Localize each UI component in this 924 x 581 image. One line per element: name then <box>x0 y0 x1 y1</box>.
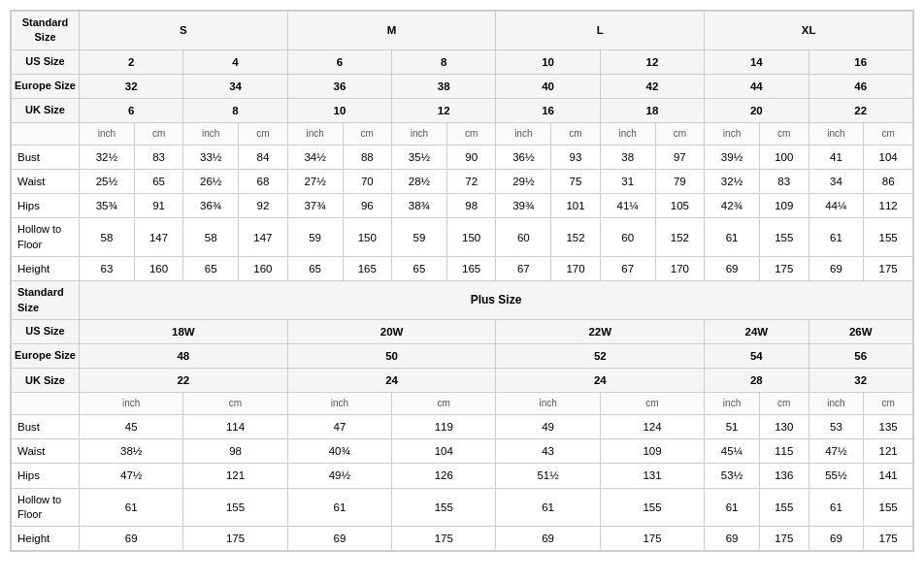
height-row: Height 63 160 65 160 65 165 65 165 67 17… <box>12 257 913 281</box>
uk-10: 10 <box>287 98 391 122</box>
waist-2: 65 <box>134 170 183 194</box>
plus-unit-inch-4: inch <box>705 393 760 415</box>
plus-uk-32: 32 <box>808 369 912 393</box>
unit-inch-3: inch <box>287 123 343 145</box>
plus-bust-10: 135 <box>864 415 913 439</box>
uk-8: 8 <box>183 98 287 122</box>
plus-uk-24: 24 <box>287 369 496 393</box>
height-label: Height <box>12 257 80 281</box>
plus-htf-3: 61 <box>287 488 391 527</box>
height-14: 175 <box>759 257 808 281</box>
unit-inch-2: inch <box>183 123 239 145</box>
unit-label-empty <box>12 123 80 145</box>
plus-eu-56: 56 <box>808 344 912 369</box>
uk-20: 20 <box>705 98 808 122</box>
plus-unit-inch-2: inch <box>287 393 391 415</box>
height-12: 170 <box>655 257 705 281</box>
bust-label: Bust <box>12 145 80 170</box>
plus-height-label: Height <box>12 527 80 551</box>
plus-bust-3: 47 <box>287 415 391 439</box>
plus-htf-6: 155 <box>600 488 704 527</box>
hips-9: 39¾ <box>496 194 551 218</box>
plus-uk-24b: 24 <box>496 369 705 393</box>
bust-9: 36½ <box>496 145 551 170</box>
plus-unit-inch-3: inch <box>496 393 600 415</box>
htf-15: 61 <box>808 218 864 257</box>
us-size-10: 10 <box>496 49 600 74</box>
us-size-label: US Size <box>12 49 80 74</box>
plus-waist-8: 115 <box>759 439 808 464</box>
waist-4: 68 <box>239 170 288 194</box>
plus-height-1: 69 <box>80 527 183 551</box>
plus-hips-row: Hips 47½ 121 49½ 126 51½ 131 53½ 136 55½… <box>12 464 913 488</box>
eu-44: 44 <box>705 74 808 98</box>
unit-inch-1: inch <box>80 123 135 145</box>
bust-1: 32½ <box>80 145 135 170</box>
plus-waist-1: 38½ <box>80 439 183 464</box>
htf-4: 147 <box>239 218 288 257</box>
unit-cm-3: cm <box>343 123 392 145</box>
waist-14: 83 <box>759 170 808 194</box>
height-9: 67 <box>496 257 551 281</box>
waist-8: 72 <box>446 170 496 194</box>
hollow-floor-label: Hollow toFloor <box>12 218 80 257</box>
bust-2: 83 <box>134 145 183 170</box>
plus-us-18w: 18W <box>80 320 288 344</box>
htf-13: 61 <box>705 218 760 257</box>
plus-height-10: 175 <box>864 527 913 551</box>
height-4: 160 <box>239 257 288 281</box>
plus-unit-cm-5: cm <box>864 393 913 415</box>
plus-htf-2: 155 <box>183 488 287 527</box>
plus-hips-8: 136 <box>759 464 808 488</box>
plus-htf-1: 61 <box>80 488 183 527</box>
unit-cm-6: cm <box>655 123 705 145</box>
height-7: 65 <box>392 257 447 281</box>
waist-12: 79 <box>655 170 705 194</box>
plus-bust-7: 51 <box>705 415 760 439</box>
plus-us-24w: 24W <box>705 320 808 344</box>
waist-7: 28½ <box>392 170 447 194</box>
plus-hips-3: 49½ <box>287 464 391 488</box>
plus-size-label: Plus Size <box>80 281 913 320</box>
bust-10: 93 <box>551 145 601 170</box>
waist-16: 86 <box>864 170 913 194</box>
plus-bust-9: 53 <box>808 415 864 439</box>
waist-13: 32½ <box>705 170 760 194</box>
hips-5: 37¾ <box>287 194 343 218</box>
bust-4: 84 <box>239 145 288 170</box>
height-13: 69 <box>705 257 760 281</box>
unit-cm-2: cm <box>239 123 288 145</box>
bust-3: 33½ <box>183 145 239 170</box>
us-size-6: 6 <box>287 49 391 74</box>
plus-waist-4: 104 <box>392 439 496 464</box>
bust-12: 97 <box>655 145 705 170</box>
plus-section-divider: Standard Size Plus Size <box>12 281 913 320</box>
waist-3: 26½ <box>183 170 239 194</box>
plus-htf-8: 155 <box>759 488 808 527</box>
unit-cm-4: cm <box>446 123 496 145</box>
bust-8: 90 <box>446 145 496 170</box>
plus-waist-5: 43 <box>496 439 600 464</box>
hips-4: 92 <box>239 194 288 218</box>
height-1: 63 <box>80 257 135 281</box>
hips-10: 101 <box>551 194 601 218</box>
plus-height-9: 69 <box>808 527 864 551</box>
height-2: 160 <box>134 257 183 281</box>
waist-10: 75 <box>551 170 601 194</box>
htf-12: 152 <box>655 218 705 257</box>
plus-us-size-label: US Size <box>12 320 80 344</box>
unit-cm-7: cm <box>759 123 808 145</box>
l-header: L <box>496 12 705 50</box>
unit-cm-5: cm <box>551 123 601 145</box>
uk-6: 6 <box>80 98 183 122</box>
bust-16: 104 <box>864 145 913 170</box>
waist-6: 70 <box>343 170 392 194</box>
uk-22: 22 <box>808 98 912 122</box>
us-size-14: 14 <box>705 49 808 74</box>
unit-inch-8: inch <box>808 123 864 145</box>
plus-uk-label: UK Size <box>12 369 80 393</box>
xl-header: XL <box>705 12 913 50</box>
plus-hips-label: Hips <box>12 464 80 488</box>
plus-eu-52: 52 <box>496 344 705 369</box>
plus-height-4: 175 <box>392 527 496 551</box>
